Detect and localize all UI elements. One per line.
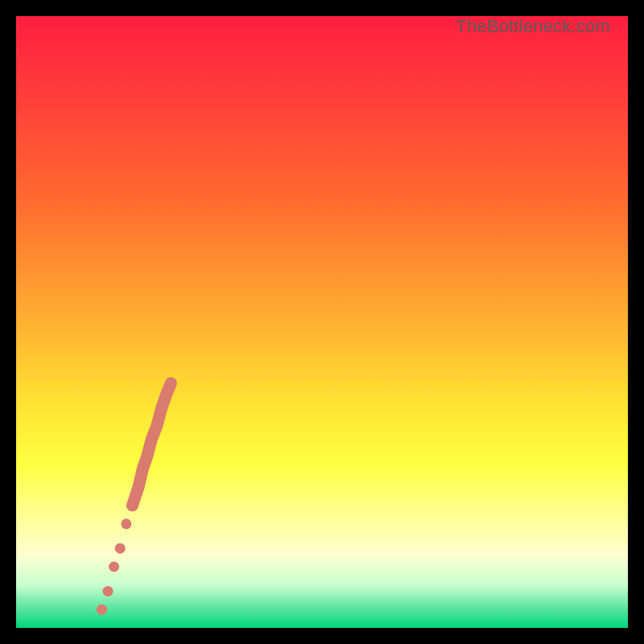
marker-dense-segment [132,383,171,506]
marker-dot [109,562,119,572]
plot-area: TheBottleneck.com [16,16,628,628]
watermark-text: TheBottleneck.com [456,16,610,37]
marker-dot [103,586,114,597]
marker-dot [115,543,126,554]
marker-dot [97,605,107,615]
chart-frame: TheBottleneck.com [0,0,644,644]
marker-dot [121,518,131,529]
curve-layer [16,16,628,628]
